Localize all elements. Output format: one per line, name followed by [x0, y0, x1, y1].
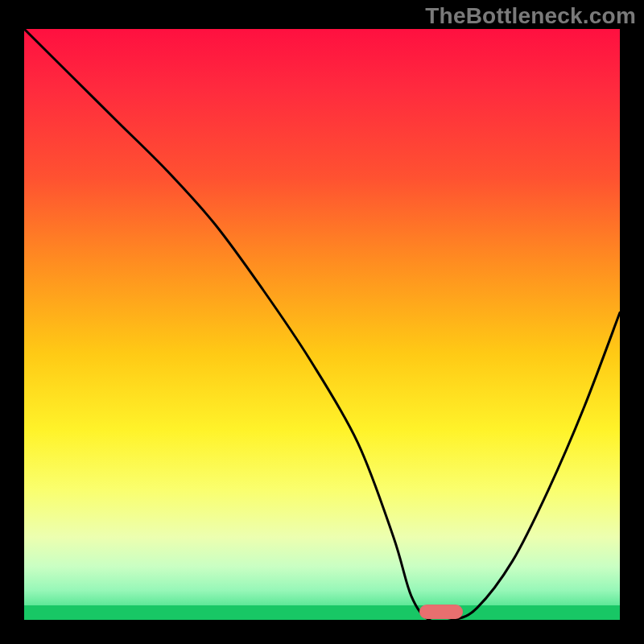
- green-band: [24, 605, 620, 620]
- bottleneck-curve-path: [24, 29, 620, 620]
- optimum-marker: [419, 605, 463, 619]
- curve-svg: [24, 29, 620, 620]
- frame: TheBottleneck.com: [0, 0, 644, 644]
- plot-area: [24, 29, 620, 620]
- watermark-text: TheBottleneck.com: [425, 3, 636, 29]
